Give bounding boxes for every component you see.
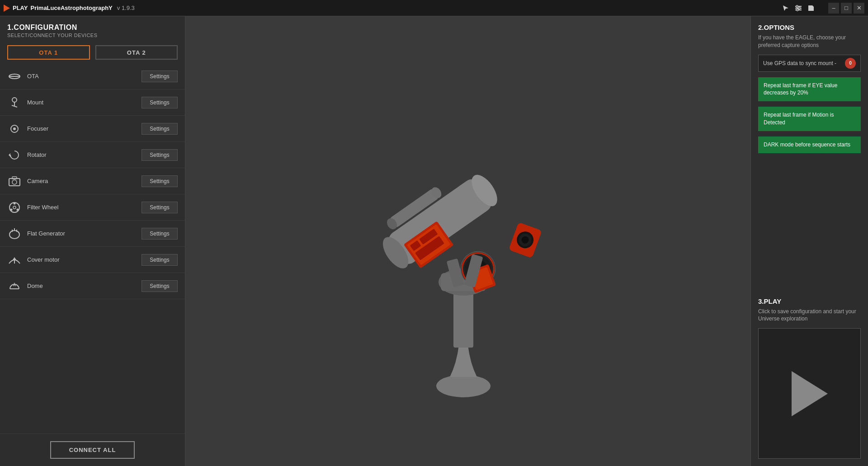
svg-point-29 xyxy=(436,375,491,397)
play-logo-icon xyxy=(4,5,10,12)
device-name-dome: Dome xyxy=(27,282,136,289)
gps-toggle[interactable]: 0 xyxy=(845,58,856,69)
green-option-dark[interactable]: DARK mode before sequence starts xyxy=(758,137,861,153)
ota-icon xyxy=(7,69,22,84)
mount-icon xyxy=(7,95,22,110)
covermotor-icon xyxy=(7,253,22,267)
settings-button-mount[interactable]: Settings xyxy=(142,97,178,108)
focuser-icon xyxy=(7,122,22,136)
svg-point-22 xyxy=(9,231,19,239)
settings-button-focuser[interactable]: Settings xyxy=(142,123,178,135)
save-icon[interactable] xyxy=(807,4,816,13)
settings-button-ota[interactable]: Settings xyxy=(142,71,178,82)
flatgenerator-icon xyxy=(7,226,22,241)
connect-all-button[interactable]: CONNECT ALL xyxy=(50,441,135,459)
center-area xyxy=(185,16,750,466)
settings-sliders-icon[interactable] xyxy=(794,4,803,13)
svg-point-3 xyxy=(796,5,798,7)
play-desc: Click to save configuration and start yo… xyxy=(758,308,861,323)
device-row-filterwheel: Filter Wheel Settings xyxy=(0,194,185,221)
play-chevron-icon xyxy=(792,371,828,416)
close-button[interactable]: ✕ xyxy=(854,3,864,14)
options-section: 2.OPTIONS If you have the EAGLE, choose … xyxy=(758,24,861,49)
cursor-icon[interactable] xyxy=(781,4,790,13)
device-name-rotator: Rotator xyxy=(27,151,136,158)
rotator-icon xyxy=(7,148,22,162)
device-name-ota: OTA xyxy=(27,73,136,80)
svg-point-15 xyxy=(12,180,17,184)
connect-all-area: CONNECT ALL xyxy=(0,433,185,466)
device-name-camera: Camera xyxy=(27,178,136,184)
play-button[interactable] xyxy=(758,328,861,459)
logo-text-label: PrimaLuceAstrophotographY xyxy=(30,5,112,11)
svg-point-5 xyxy=(797,9,798,11)
left-panel: 1.CONFIGURATION SELECT/CONNECT YOUR DEVI… xyxy=(0,16,185,466)
titlebar: PLAY PrimaLuceAstrophotographY v 1.9.3 –… xyxy=(0,0,868,16)
device-row-flatgenerator: Flat Generator Settings xyxy=(0,221,185,247)
device-row-camera: Camera Settings xyxy=(0,168,185,194)
titlebar-controls: – □ ✕ xyxy=(781,3,864,14)
main-layout: 1.CONFIGURATION SELECT/CONNECT YOUR DEVI… xyxy=(0,16,868,466)
device-row-focuser: Focuser Settings xyxy=(0,116,185,142)
telescope-illustration xyxy=(332,83,604,400)
gps-row: Use GPS data to sync mount - 0 xyxy=(758,55,861,72)
device-name-covermotor: Cover motor xyxy=(27,256,136,263)
svg-point-21 xyxy=(13,206,16,209)
device-name-flatgenerator: Flat Generator xyxy=(27,230,136,237)
dome-icon xyxy=(7,279,22,293)
device-name-filterwheel: Filter Wheel xyxy=(27,204,136,211)
play-title: 3.PLAY xyxy=(758,297,861,305)
settings-button-camera[interactable]: Settings xyxy=(142,175,178,187)
version-label: v 1.9.3 xyxy=(117,5,135,11)
gps-label: Use GPS data to sync mount - xyxy=(763,60,841,66)
settings-button-rotator[interactable]: Settings xyxy=(142,149,178,161)
device-name-mount: Mount xyxy=(27,99,136,106)
options-desc: If you have the EAGLE, choose your prefe… xyxy=(758,34,861,49)
svg-point-4 xyxy=(798,7,800,9)
device-row-covermotor: Cover motor Settings xyxy=(0,247,185,273)
left-header: 1.CONFIGURATION SELECT/CONNECT YOUR DEVI… xyxy=(0,16,185,42)
minimize-button[interactable]: – xyxy=(828,3,839,14)
right-panel: 2.OPTIONS If you have the EAGLE, choose … xyxy=(750,16,868,466)
settings-button-dome[interactable]: Settings xyxy=(142,280,178,292)
device-name-focuser: Focuser xyxy=(27,125,136,132)
svg-point-19 xyxy=(17,208,19,211)
svg-marker-13 xyxy=(9,153,10,157)
ota1-button[interactable]: OTA 1 xyxy=(7,45,90,60)
app-logo: PLAY PrimaLuceAstrophotographY v 1.9.3 xyxy=(4,5,135,12)
settings-button-filterwheel[interactable]: Settings xyxy=(142,202,178,213)
ota-buttons: OTA 1 OTA 2 xyxy=(0,42,185,63)
device-list: OTA Settings Mount Settings xyxy=(0,63,185,433)
device-row-ota: OTA Settings xyxy=(0,63,185,89)
ota2-button[interactable]: OTA 2 xyxy=(95,45,178,60)
green-option-motion[interactable]: Repeat last frame if Motion is Detected xyxy=(758,107,861,131)
svg-marker-27 xyxy=(13,257,16,260)
telescope-container xyxy=(185,16,750,466)
play-section: 3.PLAY Click to save configuration and s… xyxy=(758,294,861,323)
settings-button-flatgenerator[interactable]: Settings xyxy=(142,228,178,240)
svg-rect-16 xyxy=(12,177,17,179)
section-title: 1.CONFIGURATION xyxy=(7,24,178,32)
svg-point-12 xyxy=(13,127,16,130)
filterwheel-icon xyxy=(7,200,22,215)
device-row-rotator: Rotator Settings xyxy=(0,142,185,168)
svg-point-8 xyxy=(12,98,17,102)
settings-button-covermotor[interactable]: Settings xyxy=(142,254,178,266)
camera-icon xyxy=(7,174,22,188)
svg-point-18 xyxy=(14,202,16,204)
options-title: 2.OPTIONS xyxy=(758,24,861,31)
window-controls: – □ ✕ xyxy=(828,3,864,14)
device-row-dome: Dome Settings xyxy=(0,273,185,299)
svg-point-20 xyxy=(10,208,13,211)
device-row-mount: Mount Settings xyxy=(0,89,185,116)
section-subtitle: SELECT/CONNECT YOUR DEVICES xyxy=(7,33,178,38)
app-name-label: PLAY xyxy=(13,5,28,11)
green-option-eye[interactable]: Repeat last frame if EYE value decreases… xyxy=(758,77,861,102)
maximize-button[interactable]: □ xyxy=(841,3,852,14)
